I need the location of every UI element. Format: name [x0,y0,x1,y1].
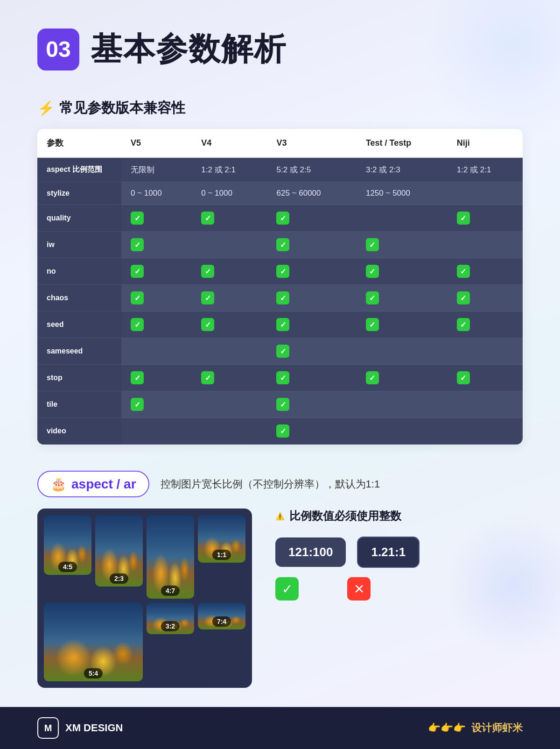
param-value [121,311,192,338]
col-v4: V4 [192,129,267,158]
param-value [192,258,267,285]
check-icon [201,371,214,384]
param-value [121,338,192,365]
table-row: stylize0 ~ 10000 ~ 1000625 ~ 600001250 ~… [37,182,523,205]
result-bad: ✕ [347,577,371,601]
param-value [267,232,356,258]
param-value [192,365,267,391]
table-row: stop [37,365,523,391]
param-name: quality [37,205,121,232]
page-title: 基本参数解析 [91,28,287,71]
thumb-label-4-7: 4:7 [161,586,180,596]
col-v3: V3 [267,129,356,158]
check-icon [366,371,379,384]
table-row: chaos [37,285,523,311]
table-row: no [37,258,523,285]
param-value [448,285,523,311]
table-row: aspect 比例范围无限制1:2 或 2:15:2 或 2:53:2 或 2:… [37,158,523,182]
param-name: video [37,418,121,445]
col-param: 参数 [37,129,121,158]
param-value [121,232,192,258]
table-body: aspect 比例范围无限制1:2 或 2:15:2 或 2:53:2 或 2:… [37,158,523,445]
thumb-label-5-4: 5:4 [84,668,103,678]
param-name: aspect 比例范围 [37,158,121,182]
table-row: quality [37,205,523,232]
thumb-4-5: 4:5 [44,515,91,575]
footer-designer: 👉👉👉 设计师虾米 [428,721,523,735]
thumbnail-grid: 4:5 2:3 4:7 1:1 [44,515,245,681]
param-value [267,258,356,285]
footer-logo-icon: M [37,717,59,739]
param-value: 0 ~ 1000 [192,182,267,205]
param-value [121,285,192,311]
param-value: 1250 ~ 5000 [357,182,448,205]
check-icon [366,265,379,278]
param-value [192,311,267,338]
section1-heading: ⚡ 常见参数版本兼容性 [37,99,523,118]
check-icon [201,291,214,304]
check-icon [366,238,379,251]
check-icon [276,212,289,225]
param-value: 1:2 或 2:1 [448,158,523,182]
param-value [267,365,356,391]
check-icon [131,371,144,384]
table-header: 参数 V5 V4 V3 Test / Testp Niji [37,129,523,158]
check-icon [131,265,144,278]
param-value [357,365,448,391]
check-icon [457,265,470,278]
designer-name: 设计师虾米 [471,721,523,735]
param-name: tile [37,391,121,418]
aspect-tag-text: aspect / ar [71,477,136,492]
param-name: seed [37,311,121,338]
param-name: iw [37,232,121,258]
check-icon [201,265,214,278]
lightning-icon: ⚡ [37,100,55,116]
param-value [267,391,356,418]
param-value [357,285,448,311]
param-value: 1:2 或 2:1 [192,158,267,182]
thumb-label-2-3: 2:3 [110,573,128,584]
param-value [192,338,267,365]
param-value [267,285,356,311]
param-value [357,391,448,418]
param-value [357,418,448,445]
param-value: 3:2 或 2:3 [357,158,448,182]
param-value [448,338,523,365]
page-header: 03 基本参数解析 [37,28,523,71]
param-value [357,232,448,258]
table-row: iw [37,232,523,258]
cake-icon: 🎂 [50,476,67,492]
thumb-label-4-5: 4:5 [58,562,77,572]
param-value: 无限制 [121,158,192,182]
check-icon [276,238,289,251]
check-icon [276,318,289,331]
cross-icon: ✕ [347,577,371,601]
aspect-description: 控制图片宽长比例（不控制分辨率），默认为1:1 [161,477,380,491]
param-name: no [37,258,121,285]
param-value [192,391,267,418]
param-name: sameseed [37,338,121,365]
thumb-3-2: 3:2 [147,602,194,634]
param-value [192,232,267,258]
param-value [448,205,523,232]
right-panel: ⚠️ 比例数值必须使用整数 121:100 1.21:1 ✓ ✕ [275,509,523,601]
param-value [448,258,523,285]
check-icon [276,291,289,304]
result-good: ✓ [275,577,299,601]
check-icon [201,212,214,225]
param-value: 625 ~ 60000 [267,182,356,205]
compatibility-table: 参数 V5 V4 V3 Test / Testp Niji aspect 比例范… [37,129,523,445]
check-icon [131,291,144,304]
footer-brand-name: XM DESIGN [65,722,123,734]
param-value [121,258,192,285]
thumb-label-7-4: 7:4 [212,616,231,627]
footer: M XM DESIGN 👉👉👉 设计师虾米 [0,707,560,749]
param-value [357,205,448,232]
col-niji: Niji [448,129,523,158]
arrow-icons: 👉👉👉 [428,722,466,734]
param-value [357,258,448,285]
check-icon [131,238,144,251]
aspect-tag: 🎂 aspect / ar [37,471,149,497]
param-value [267,311,356,338]
check-icon [457,318,470,331]
